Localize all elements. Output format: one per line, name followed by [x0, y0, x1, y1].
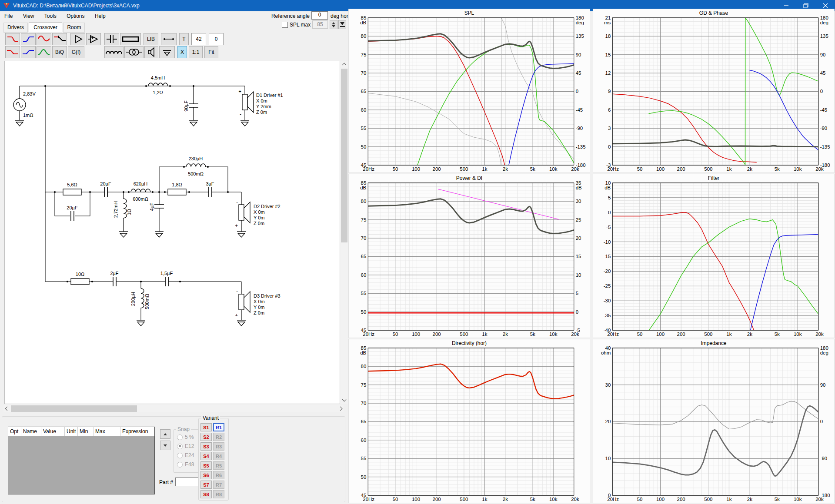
menu-file[interactable]: File [0, 11, 17, 21]
component-inductor-l2-bypass[interactable]: 230µH 500mΩ [159, 156, 228, 192]
col-name[interactable]: Name [21, 427, 41, 436]
component-capacitor-c2d[interactable]: 3µF [206, 181, 214, 197]
svg-text:200: 200 [677, 332, 685, 337]
variant-s1[interactable]: S1 [200, 423, 212, 431]
row-up-button[interactable] [160, 429, 170, 439]
chart-directivity-hor-: Directivity (hor)858075706560555045dB20H… [348, 339, 590, 503]
gain-function-button[interactable]: G(f) [68, 46, 84, 58]
component-capacitor-c2-series[interactable]: 20µF [100, 181, 111, 197]
inductor-tool-button[interactable] [104, 46, 124, 58]
schematic-canvas[interactable]: 2,83V 1mΩ 4,5mH 1,2Ω 90µF [4, 61, 340, 404]
ground-tool-button[interactable] [159, 46, 175, 58]
svg-text:500: 500 [460, 497, 468, 502]
vertical-scroll-thumb[interactable] [341, 69, 347, 242]
menu-help[interactable]: Help [90, 11, 110, 21]
col-min[interactable]: Min [78, 427, 94, 436]
svg-text:50: 50 [361, 474, 367, 480]
svg-text:ms: ms [604, 20, 611, 25]
component-resistor-r2b[interactable]: 1,8Ω [164, 182, 190, 195]
spl-max-spinner[interactable] [330, 20, 337, 29]
buffer-block-button[interactable] [70, 33, 85, 45]
col-unit[interactable]: Unit [65, 427, 78, 436]
lowpass-block-button[interactable] [5, 33, 20, 45]
spl-max-to-max-button[interactable] [338, 20, 346, 29]
toolbar-angle-field[interactable]: 0 [209, 33, 224, 45]
svg-text:45: 45 [576, 70, 581, 76]
horizontal-scroll-thumb[interactable] [11, 405, 137, 412]
highpass-block-button[interactable] [21, 33, 36, 45]
toolbar-value-field[interactable]: 42 [191, 33, 206, 45]
resistor-tool-button[interactable] [120, 33, 141, 45]
col-max[interactable]: Max [94, 427, 120, 436]
zoom-1to1-button[interactable]: 1:1 [189, 46, 203, 58]
biquad-block-button[interactable]: BiQ [52, 46, 67, 58]
capacitor-tool-button[interactable] [104, 33, 119, 45]
variant-s7[interactable]: S7 [200, 481, 212, 489]
svg-text:50: 50 [361, 144, 367, 149]
col-value[interactable]: Value [41, 427, 65, 436]
wire-tool-button[interactable] [161, 33, 177, 45]
horizontal-scrollbar[interactable] [3, 405, 344, 412]
svg-text:18: 18 [605, 33, 611, 39]
d3-name-label: D3 Driver #3 [254, 293, 281, 298]
col-expression[interactable]: Expression [120, 427, 154, 436]
bandpass-block-button[interactable] [37, 33, 51, 45]
variant-s5[interactable]: S5 [200, 461, 212, 470]
svg-text:200: 200 [677, 166, 685, 172]
component-driver-d3[interactable]: - + D3 Driver #3 X 0m Y 0m Z 0m [235, 282, 281, 326]
component-inductor-l2-shunt[interactable]: 2,72mH 1Ω [113, 191, 132, 237]
speaker-tool-button[interactable] [144, 46, 158, 58]
component-driver-d1[interactable]: + - D1 Driver #1 X 0m Y 2mm Z 0m [239, 86, 283, 126]
component-inductor-l3-shunt[interactable]: 200µH 500mΩ [130, 281, 150, 326]
chart-impedance: Impedance403020100ohm180900-90-180deg20H… [593, 339, 835, 503]
transformer-tool-button[interactable] [124, 46, 144, 58]
r3-value-label: 10Ω [76, 272, 84, 277]
component-capacitor-c3b[interactable]: 1,5µF [160, 271, 173, 286]
component-inductor-l2-series[interactable]: 620µH 600mΩ [128, 181, 154, 202]
library-button[interactable]: LIB [144, 33, 158, 45]
d2-y-label: Y 0m [254, 215, 264, 220]
component-driver-d2[interactable]: - + D2 Driver #2 X 0m Y 0m Z 0m [235, 192, 281, 237]
svg-text:100: 100 [656, 166, 665, 172]
zoom-fit-button[interactable]: Fit [204, 46, 218, 58]
variant-r1[interactable]: R1 [213, 423, 224, 431]
variant-s6[interactable]: S6 [200, 471, 212, 479]
l1-value-label: 4,5mH [151, 75, 165, 80]
svg-text:-135: -135 [576, 144, 586, 149]
tab-strip: Drivers Crossover Room [3, 22, 84, 31]
component-resistor-r2a[interactable]: 5,6Ω [54, 182, 91, 195]
menu-options[interactable]: Options [62, 11, 89, 21]
variant-s2[interactable]: S2 [200, 433, 212, 441]
component-inductor-l1[interactable]: 4,5mH 1,2Ω [145, 75, 171, 95]
optimizer-table[interactable]: Opt Name Value Unit Min Max Expression [8, 427, 155, 494]
vertical-scrollbar[interactable] [341, 61, 348, 404]
variant-s4[interactable]: S4 [200, 452, 212, 460]
variant-s8[interactable]: S8 [200, 490, 212, 498]
row-down-button[interactable] [160, 441, 170, 450]
reference-angle-input[interactable]: 0 [311, 11, 328, 20]
shelf-block-button[interactable] [52, 33, 67, 45]
peak-block-button[interactable] [37, 46, 51, 58]
component-source[interactable]: 2,83V 1mΩ [13, 86, 36, 126]
x-toggle-button[interactable]: X [177, 46, 187, 58]
svg-text:80: 80 [361, 199, 367, 204]
col-opt[interactable]: Opt [8, 427, 21, 436]
text-tool-button[interactable]: T [179, 33, 189, 45]
lowshelf-block-button[interactable] [5, 46, 20, 58]
menu-tools[interactable]: Tools [40, 11, 61, 21]
component-capacitor-c3a[interactable]: 2µF [110, 271, 118, 286]
spin-up-icon [332, 22, 335, 24]
svg-text:50: 50 [393, 332, 398, 337]
variant-s3[interactable]: S3 [200, 442, 212, 451]
menu-view[interactable]: View [19, 11, 39, 21]
svg-text:0: 0 [608, 144, 611, 149]
part-number-input[interactable] [175, 477, 199, 486]
component-capacitor-c2-shunt[interactable]: 4µF [149, 191, 164, 237]
component-capacitor-c2-parallel[interactable]: 20µF [55, 192, 90, 221]
r2b-value-label: 1,8Ω [172, 182, 182, 187]
component-capacitor-c1[interactable]: 90µF [184, 85, 198, 126]
highshelf-block-button[interactable] [21, 46, 36, 58]
component-resistor-r3[interactable]: 10Ω [67, 272, 93, 285]
amplifier-block-button[interactable] [86, 33, 101, 45]
spl-max-checkbox[interactable] [282, 22, 288, 28]
